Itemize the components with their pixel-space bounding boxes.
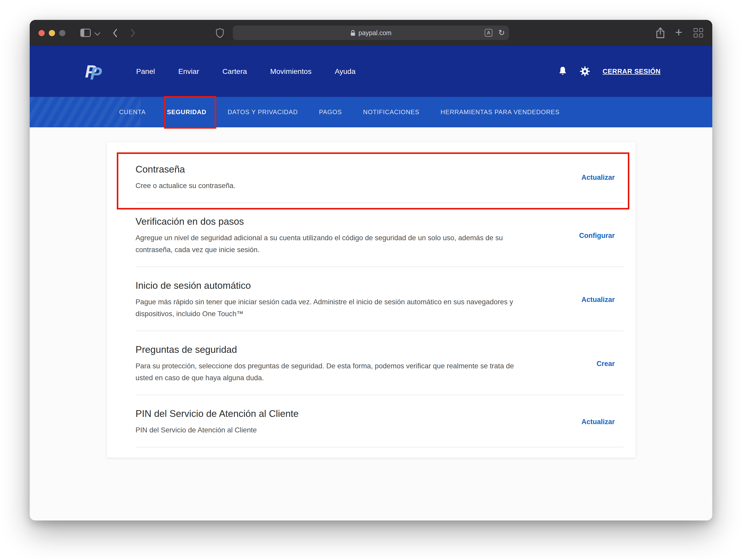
paypal-header: P P Panel Enviar Cartera Movimientos Ayu… [30, 46, 712, 97]
subnav-tab-seguridad[interactable]: SEGURIDAD [167, 109, 206, 116]
settings-subnav: CUENTA SEGURIDAD DATOS Y PRIVACIDAD PAGO… [30, 97, 712, 127]
paypal-logo-front-p: P [90, 62, 102, 84]
subnav-tab-datos-y-privacidad[interactable]: DATOS Y PRIVACIDAD [228, 109, 298, 116]
section-title: Inicio de sesión automático [136, 279, 531, 292]
section-description: Para su protección, seleccione dos pregu… [136, 360, 531, 384]
crear-preguntas-link[interactable]: Crear [596, 360, 615, 368]
browser-window: paypal.com A ↻ + P P Panel Enviar Carter… [30, 20, 712, 520]
section-title: PIN del Servicio de Atención al Cliente [136, 408, 299, 420]
chevron-down-icon[interactable] [95, 30, 101, 36]
privacy-shield-icon[interactable] [216, 28, 224, 38]
bell-icon[interactable] [558, 66, 568, 76]
tab-overview-icon[interactable] [694, 28, 703, 38]
url-text: paypal.com [359, 29, 392, 37]
actualizar-autologin-link[interactable]: Actualizar [581, 296, 615, 304]
nav-item-ayuda[interactable]: Ayuda [335, 67, 356, 76]
browser-titlebar: paypal.com A ↻ + [30, 20, 712, 46]
share-icon[interactable] [656, 27, 665, 40]
window-close-button[interactable] [39, 30, 45, 36]
primary-nav: Panel Enviar Cartera Movimientos Ayuda [136, 67, 356, 76]
nav-item-panel[interactable]: Panel [136, 67, 155, 76]
logout-button[interactable]: CERRAR SESIÓN [603, 67, 661, 75]
back-button[interactable] [112, 28, 118, 38]
subnav-tab-cuenta[interactable]: CUENTA [119, 109, 146, 116]
section-description: Agregue un nivel de seguridad adicional … [136, 232, 531, 256]
paypal-logo[interactable]: P P [85, 60, 107, 82]
section-title: Preguntas de seguridad [136, 343, 531, 356]
section-description: Cree o actualice su contraseña. [136, 180, 235, 192]
lock-icon [350, 30, 356, 36]
section-pin-atencion-cliente: PIN del Servicio de Atención al Cliente … [136, 395, 624, 447]
security-settings-card: Contraseña Cree o actualice su contraseñ… [107, 142, 636, 458]
subnav-tab-notificaciones[interactable]: NOTIFICACIONES [363, 109, 419, 116]
section-description: PIN del Servicio de Atención al Cliente [136, 424, 299, 436]
section-title: Verificación en dos pasos [136, 215, 531, 228]
section-preguntas-seguridad: Preguntas de seguridad Para su protecció… [136, 331, 624, 395]
configurar-2fa-link[interactable]: Configurar [579, 232, 615, 240]
desktop-background: paypal.com A ↻ + P P Panel Enviar Carter… [0, 0, 742, 560]
section-contrasena: Contraseña Cree o actualice su contraseñ… [136, 151, 624, 203]
forward-button[interactable] [130, 28, 136, 38]
new-tab-icon[interactable]: + [675, 24, 682, 40]
section-verificacion-dos-pasos: Verificación en dos pasos Agregue un niv… [136, 203, 624, 267]
section-inicio-sesion-automatico: Inicio de sesión automático Pague más rá… [136, 267, 624, 331]
nav-item-movimientos[interactable]: Movimientos [270, 67, 312, 76]
sidebar-toggle-icon[interactable] [81, 29, 91, 37]
nav-item-enviar[interactable]: Enviar [178, 67, 199, 76]
section-description: Pague más rápido sin tener que iniciar s… [136, 296, 531, 320]
reload-icon[interactable]: ↻ [498, 27, 505, 38]
window-minimize-button[interactable] [49, 30, 55, 36]
nav-item-cartera[interactable]: Cartera [222, 67, 247, 76]
subnav-tab-pagos[interactable]: PAGOS [319, 109, 342, 116]
actualizar-password-link[interactable]: Actualizar [581, 174, 615, 182]
translate-icon[interactable]: A [485, 29, 492, 37]
gear-icon[interactable] [580, 66, 590, 77]
page-content: Contraseña Cree o actualice su contraseñ… [30, 127, 712, 520]
url-bar[interactable]: paypal.com A ↻ [233, 25, 509, 40]
actualizar-pin-link[interactable]: Actualizar [581, 418, 615, 426]
header-right-cluster: CERRAR SESIÓN [558, 66, 661, 77]
window-zoom-button[interactable] [59, 30, 65, 36]
section-title: Contraseña [136, 163, 235, 176]
subnav-tab-herramientas-vendedores[interactable]: HERRAMIENTAS PARA VENDEDORES [440, 109, 560, 116]
